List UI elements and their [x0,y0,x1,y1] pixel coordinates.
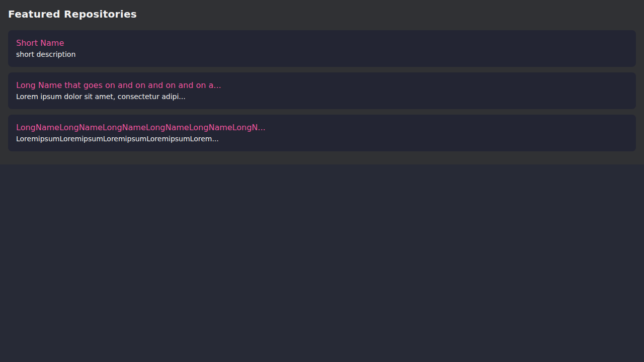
repo-card[interactable]: Long Name that goes on and on and on and… [8,72,636,109]
featured-repositories-panel: Featured Repositories Short Name short d… [0,0,644,164]
repo-description: short description [16,49,628,60]
repo-name-link[interactable]: Long Name that goes on and on and on and… [16,79,628,92]
repo-card[interactable]: LongNameLongNameLongNameLongNameLongName… [8,115,636,151]
repo-list: Short Name short description Long Name t… [8,30,636,151]
repo-description: LoremipsumLoremipsumLoremipsumLoremipsum… [16,134,628,144]
repo-card[interactable]: Short Name short description [8,30,636,67]
panel-title: Featured Repositories [8,8,636,20]
repo-name-link[interactable]: Short Name [16,37,628,49]
repo-name-link[interactable]: LongNameLongNameLongNameLongNameLongName… [16,122,628,134]
repo-description: Lorem ipsum dolor sit amet, consectetur … [16,92,628,102]
